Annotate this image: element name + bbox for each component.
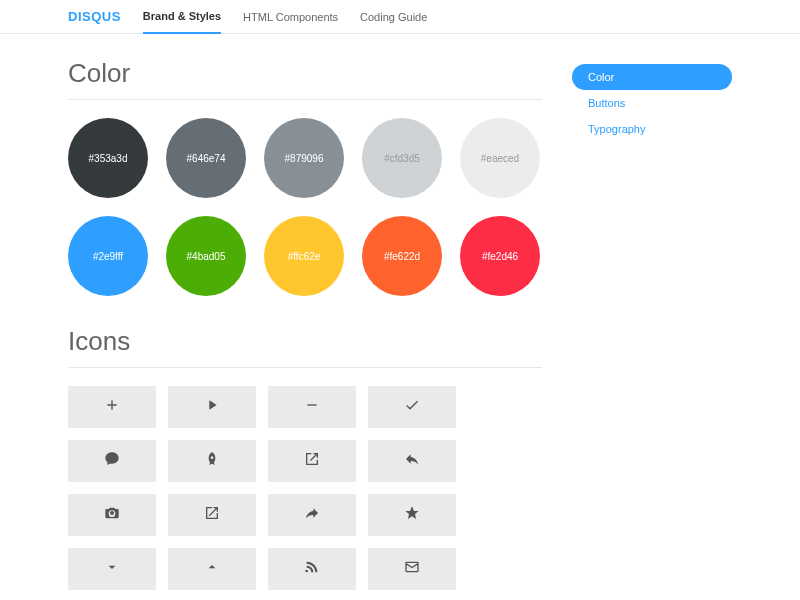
external-link-icon [204, 505, 220, 525]
chevron-down-icon-button[interactable] [68, 548, 156, 590]
minus-icon [304, 397, 320, 417]
divider [68, 367, 542, 368]
chevron-up-icon-button[interactable] [168, 548, 256, 590]
share-box-icon [304, 451, 320, 471]
color-swatches: #353a3d#646e74#879096#cfd3d5#eaeced#2e9f… [68, 118, 542, 296]
rocket-icon-button[interactable] [168, 440, 256, 482]
color-swatch: #646e74 [166, 118, 246, 198]
color-swatch: #353a3d [68, 118, 148, 198]
comment-icon-button[interactable] [68, 440, 156, 482]
share-box-icon-button[interactable] [268, 440, 356, 482]
section-title-icons: Icons [68, 326, 542, 357]
chevron-down-icon [104, 559, 120, 579]
rss-icon [304, 559, 320, 579]
rocket-icon [204, 451, 220, 471]
star-icon [404, 505, 420, 525]
color-swatch: #2e9fff [68, 216, 148, 296]
comment-icon [104, 451, 120, 471]
reply-icon-button[interactable] [368, 440, 456, 482]
sidebar-item-color[interactable]: Color [572, 64, 732, 90]
color-swatch: #fe2d46 [460, 216, 540, 296]
mail-icon [404, 559, 420, 579]
main-content: Color #353a3d#646e74#879096#cfd3d5#eaece… [68, 58, 542, 600]
plus-icon [104, 397, 120, 417]
mail-icon-button[interactable] [368, 548, 456, 590]
forward-icon-button[interactable] [268, 494, 356, 536]
play-icon [204, 397, 220, 417]
sidebar-item-typography[interactable]: Typography [572, 116, 732, 142]
reply-icon [404, 451, 420, 471]
plus-icon-button[interactable] [68, 386, 156, 428]
check-icon-button[interactable] [368, 386, 456, 428]
divider [68, 99, 542, 100]
nav-html-components[interactable]: HTML Components [243, 0, 338, 34]
nav-coding-guide[interactable]: Coding Guide [360, 0, 427, 34]
rss-icon-button[interactable] [268, 548, 356, 590]
nav-brand-styles[interactable]: Brand & Styles [143, 0, 221, 34]
color-swatch: #4bad05 [166, 216, 246, 296]
sidebar: Color Buttons Typography [572, 58, 732, 600]
color-swatch: #879096 [264, 118, 344, 198]
check-icon [404, 397, 420, 417]
camera-icon [104, 505, 120, 525]
star-icon-button[interactable] [368, 494, 456, 536]
color-swatch: #cfd3d5 [362, 118, 442, 198]
chevron-up-icon [204, 559, 220, 579]
color-swatch: #eaeced [460, 118, 540, 198]
logo: DISQUS [68, 9, 121, 24]
color-swatch: #fe622d [362, 216, 442, 296]
forward-icon [304, 505, 320, 525]
section-title-color: Color [68, 58, 542, 89]
icons-grid [68, 386, 542, 600]
minus-icon-button[interactable] [268, 386, 356, 428]
external-link-icon-button[interactable] [168, 494, 256, 536]
top-nav: DISQUS Brand & Styles HTML Components Co… [0, 0, 800, 34]
sidebar-item-buttons[interactable]: Buttons [572, 90, 732, 116]
camera-icon-button[interactable] [68, 494, 156, 536]
play-icon-button[interactable] [168, 386, 256, 428]
color-swatch: #ffc62e [264, 216, 344, 296]
